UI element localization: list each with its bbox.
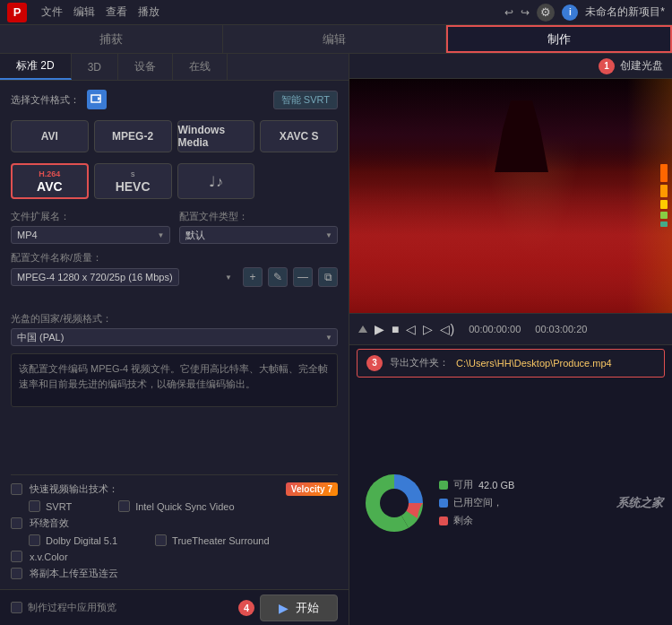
config-name-row: MPEG-4 1280 x 720/25p (16 Mbps) + ✎ — ⧉: [11, 267, 338, 287]
env-effects-row: 环绕音效: [11, 516, 338, 530]
config-type-select[interactable]: 默认: [179, 226, 339, 244]
disk-pie-chart: [358, 467, 430, 539]
remaining-dot: [439, 516, 448, 525]
format-mpeg2[interactable]: MPEG-2: [94, 120, 172, 152]
dolby-checkbox[interactable]: [29, 534, 40, 546]
intel-label: Intel Quick Sync Video: [135, 501, 234, 512]
crowd-area: [349, 184, 672, 312]
time-current: 00:00:00:00: [469, 324, 521, 334]
remaining-label: 剩余: [453, 514, 473, 527]
format-windows-media[interactable]: Windows Media: [177, 120, 255, 152]
undo-icon[interactable]: ↩: [504, 6, 513, 19]
svrt-label: SVRT: [46, 501, 72, 512]
copy-config-button[interactable]: ⧉: [318, 267, 338, 287]
env-checkbox[interactable]: [11, 517, 22, 529]
upload-label: 将副本上传至迅连云: [30, 567, 118, 580]
menu-play[interactable]: 播放: [138, 4, 159, 20]
right-top-bar: 1 创建光盘: [349, 54, 672, 79]
sub-tab-2d[interactable]: 标准 2D: [0, 54, 72, 80]
xv-checkbox[interactable]: [11, 551, 22, 562]
video-preview: [349, 79, 672, 313]
sub-tab-online[interactable]: 在线: [173, 54, 228, 80]
export-row: 3 导出文件夹： C:\Users\HH\Desktop\Produce.mp4: [357, 349, 665, 378]
format-grid-row1: AVI MPEG-2 Windows Media XAVC S: [11, 120, 338, 152]
ext-select[interactable]: MP4: [11, 226, 170, 244]
volume-button[interactable]: ◁): [440, 322, 454, 336]
add-config-button[interactable]: +: [243, 267, 263, 287]
edit-config-button[interactable]: ✎: [268, 267, 288, 287]
format-xavc-s[interactable]: XAVC S: [260, 120, 338, 152]
title-bar-right: ↩ ↪ ⚙ i 未命名的新项目*: [504, 4, 665, 22]
fast-export-label: 快速视频输出技术：: [30, 482, 118, 496]
start-label: 开始: [296, 600, 319, 616]
legend-remaining: 剩余: [439, 514, 514, 527]
svrt-button[interactable]: 智能 SVRT: [273, 91, 338, 109]
stop-button[interactable]: ■: [392, 322, 399, 336]
intel-checkbox[interactable]: [118, 500, 130, 512]
upload-checkbox[interactable]: [11, 568, 22, 579]
time-total: 00:03:00:20: [535, 324, 587, 334]
sub-tab-3d[interactable]: 3D: [72, 54, 118, 80]
info-icon[interactable]: i: [562, 4, 578, 21]
menu-edit[interactable]: 编辑: [73, 4, 95, 20]
menu-view[interactable]: 查看: [106, 4, 127, 20]
create-disc-num: 1: [599, 58, 615, 74]
vol-bar-1: [660, 164, 668, 182]
delete-config-button[interactable]: —: [293, 267, 313, 287]
format-icon: [87, 90, 107, 109]
config-type-label: 配置文件类型：: [179, 210, 339, 223]
available-dot: [439, 481, 448, 490]
config-name-select[interactable]: MPEG-4 1280 x 720/25p (16 Mbps): [11, 268, 179, 286]
fast-export-checkbox[interactable]: [11, 483, 22, 495]
sub-tab-device[interactable]: 设备: [118, 54, 173, 80]
create-disc-button[interactable]: 1 创建光盘: [599, 58, 663, 74]
field-ext: 文件扩展名： MP4: [11, 210, 170, 244]
tab-produce[interactable]: 制作: [446, 25, 672, 53]
redo-icon[interactable]: ↪: [521, 6, 530, 19]
format-placeholder: [260, 163, 338, 199]
bottom-num4-badge: 4: [238, 600, 254, 616]
right-panel: 1 创建光盘 ▶: [349, 54, 672, 625]
format-avc[interactable]: H.264 AVC: [11, 163, 89, 199]
title-bar: P 文件 编辑 查看 播放 ↩ ↪ ⚙ i 未命名的新项目*: [0, 0, 672, 25]
bottom-bar: 制作过程中应用预览 4 ▶ 开始: [0, 589, 349, 625]
settings-icon[interactable]: ⚙: [537, 4, 555, 22]
tab-capture[interactable]: 捕获: [0, 25, 223, 53]
tab-edit[interactable]: 编辑: [223, 25, 446, 53]
avc-badge: H.264: [39, 169, 60, 178]
config-name-label: 配置文件名称/质量：: [11, 251, 338, 265]
prev-frame-button[interactable]: ◁: [406, 322, 416, 336]
format-audio[interactable]: ♩♪: [177, 163, 255, 199]
vol-bar-2: [660, 185, 668, 197]
format-avi[interactable]: AVI: [11, 120, 89, 152]
dolby-row: Dolby Digital 5.1 TrueTheater Surround: [11, 534, 338, 546]
used-dot: [439, 499, 448, 508]
svg-point-3: [380, 489, 409, 517]
available-label: 可用: [453, 478, 473, 491]
format-hevc[interactable]: s HEVC: [94, 163, 172, 199]
export-label: 导出文件夹：: [390, 356, 449, 369]
playback-bar: ▶ ■ ◁ ▷ ◁) 00:00:00:00 00:03:00:20: [349, 313, 672, 345]
watermark-text: 系统之家: [616, 495, 663, 511]
left-panel: 标准 2D 3D 设备 在线 选择文件格式： 智能 SVRT AVI MPEG-…: [0, 54, 349, 625]
disk-legend: 可用 42.0 GB 已用空间， 剩余: [439, 478, 514, 527]
start-button[interactable]: ▶ 开始: [260, 595, 338, 621]
vol-bar-3: [660, 200, 668, 209]
play-button[interactable]: ▶: [375, 322, 384, 336]
app-logo: P: [7, 3, 27, 22]
marker-icon: [358, 326, 367, 333]
country-label: 光盘的国家/视频格式：: [11, 312, 338, 326]
svrt-checkbox[interactable]: [29, 500, 40, 512]
project-title: 未命名的新项目*: [585, 4, 665, 20]
truetheatre-checkbox[interactable]: [155, 534, 167, 546]
menu-bar[interactable]: 文件 编辑 查看 播放: [41, 4, 159, 20]
menu-file[interactable]: 文件: [41, 4, 63, 20]
country-select[interactable]: 中国 (PAL): [11, 328, 338, 346]
field-row-ext: 文件扩展名： MP4 配置文件类型： 默认: [11, 210, 338, 244]
legend-used: 已用空间，: [439, 496, 514, 509]
preview-check-row: 制作过程中应用预览: [11, 601, 116, 614]
vol-bar-4: [660, 212, 668, 219]
preview-checkbox[interactable]: [11, 602, 22, 613]
available-value: 42.0 GB: [478, 480, 514, 490]
next-frame-button[interactable]: ▷: [423, 322, 433, 336]
